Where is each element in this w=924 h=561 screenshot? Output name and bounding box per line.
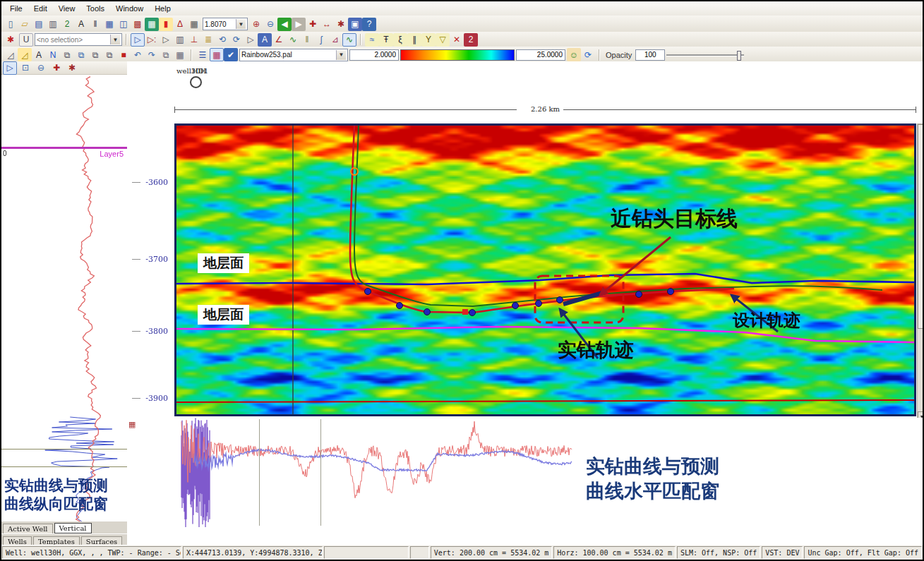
badge-2-icon[interactable]: 2 xyxy=(464,33,478,47)
colorbar-icon[interactable]: ▮ xyxy=(159,18,173,31)
rotate-ccw-icon[interactable]: ⟲ xyxy=(215,33,229,47)
calculator-icon[interactable]: ▦ xyxy=(187,18,201,31)
flag-icon[interactable]: ⊿ xyxy=(328,33,342,47)
nav-back-icon[interactable]: ◀ xyxy=(277,18,292,31)
refresh-icon[interactable]: ⟳ xyxy=(581,48,595,61)
chevron-down-icon[interactable]: ▼ xyxy=(236,19,246,29)
label-a-icon[interactable]: A xyxy=(258,33,272,47)
redo-icon[interactable]: ↷ xyxy=(145,48,159,61)
well-pair-icon[interactable]: ‖ xyxy=(88,18,102,31)
export-doc-icon[interactable]: 2 xyxy=(60,18,74,31)
north-icon[interactable]: N xyxy=(46,48,60,61)
opacity-slider-handle[interactable] xyxy=(737,51,741,61)
pointer-a-icon[interactable]: ▷ xyxy=(244,33,258,47)
palette-combobox[interactable]: Rainbow253.pal ▼ xyxy=(239,49,348,61)
menu-help[interactable]: Help xyxy=(149,3,176,14)
tab-active-well[interactable]: Active Well xyxy=(3,524,53,533)
user-icon[interactable]: ☺ xyxy=(567,48,581,61)
active-curve-icon[interactable]: ∿ xyxy=(342,33,356,47)
color-section-icon[interactable]: ▦ xyxy=(145,18,159,31)
screen-icon[interactable]: ▣ xyxy=(348,18,362,31)
v-check-icon[interactable]: ✔ xyxy=(224,48,238,61)
menu-edit[interactable]: Edit xyxy=(28,3,53,14)
section-view-icon[interactable]: ▩ xyxy=(131,18,145,31)
undo-icon[interactable]: ↶ xyxy=(131,48,145,61)
rotate-cw-icon[interactable]: ⟳ xyxy=(229,33,244,47)
help-icon[interactable]: ? xyxy=(362,18,376,31)
palette-max-input[interactable] xyxy=(516,49,565,61)
menu-tools[interactable]: Tools xyxy=(80,3,110,14)
copy-add-icon[interactable]: ⧉ xyxy=(74,48,88,61)
scale-combobox[interactable]: 1.8070 ▼ xyxy=(203,18,248,30)
menu-window[interactable]: Window xyxy=(110,3,149,14)
near-bit-target-segment[interactable] xyxy=(563,292,605,304)
trapezoid-icon[interactable]: ▽ xyxy=(436,33,450,47)
slope-icon[interactable]: ◿ xyxy=(4,48,18,61)
zoom-out-icon[interactable]: ⊖ xyxy=(263,18,277,31)
print-icon[interactable]: ▥ xyxy=(46,18,60,31)
palette-min-input[interactable] xyxy=(349,49,399,61)
opacity-slider[interactable] xyxy=(666,50,744,60)
delete-icon[interactable]: ✕ xyxy=(450,33,464,47)
marker-asterisk-icon[interactable]: ✱ xyxy=(4,33,18,47)
menu-file[interactable]: File xyxy=(4,3,28,14)
tab-vertical[interactable]: Vertical xyxy=(54,523,92,533)
select-cursor-icon[interactable]: ▷ xyxy=(131,33,145,47)
menu-view[interactable]: View xyxy=(53,3,81,14)
list-icon[interactable]: ☰ xyxy=(196,48,210,61)
fit-width-icon[interactable]: ↔ xyxy=(320,18,334,31)
palette-grid-icon[interactable]: ▦ xyxy=(210,48,224,61)
label-box-icon[interactable]: A xyxy=(32,48,46,61)
zoom-area-icon[interactable]: ⊕ xyxy=(249,18,263,31)
save-icon[interactable]: ▤ xyxy=(32,18,46,31)
panel-zoom-rect-icon[interactable]: ⊡ xyxy=(18,61,32,75)
underline-icon[interactable]: U xyxy=(19,33,33,47)
panel-zoom-out-icon[interactable]: ⊖ xyxy=(34,61,48,75)
chevron-down-icon[interactable]: ▼ xyxy=(110,35,120,44)
stop-icon[interactable]: ■ xyxy=(116,48,131,61)
curve-pick-icon[interactable]: ʃ xyxy=(314,33,328,47)
well-log-curves[interactable] xyxy=(1,74,126,524)
font-icon[interactable]: A xyxy=(74,18,88,31)
polyline-icon[interactable]: ∿ xyxy=(286,33,300,47)
transfer-icon[interactable]: ⧉ xyxy=(159,48,173,61)
edit-cursor-icon[interactable]: ▷: xyxy=(145,33,159,47)
vertical-scrollbar[interactable]: ▼ xyxy=(917,123,924,423)
pan-hand-icon[interactable]: ✱ xyxy=(334,18,348,31)
scrollbar-thumb[interactable] xyxy=(918,124,924,329)
fork-icon[interactable]: Y xyxy=(421,33,436,47)
match-curves[interactable] xyxy=(127,418,924,527)
split-view-icon[interactable]: ◫ xyxy=(116,18,131,31)
hatch-icon[interactable]: ∥ xyxy=(407,33,421,47)
chevron-down-icon[interactable]: ▼ xyxy=(336,50,346,60)
duplicate-icon[interactable]: ⧉ xyxy=(102,48,116,61)
wave-pair-icon[interactable]: ≈ xyxy=(365,33,379,47)
panel-move-icon[interactable]: ✚ xyxy=(49,61,64,75)
layer5-horizon-line[interactable] xyxy=(1,147,127,149)
angle-icon[interactable]: ∠ xyxy=(272,33,286,47)
new-file-icon[interactable]: ▯ xyxy=(4,18,18,31)
monitor-icon[interactable]: ▥ xyxy=(173,33,187,47)
save-state-icon[interactable]: ▦ xyxy=(173,48,187,61)
spiral-icon[interactable]: ξ xyxy=(393,33,407,47)
derrick-icon[interactable]: Δ xyxy=(173,18,187,31)
paste-icon[interactable]: ⧉ xyxy=(88,48,102,61)
expand-icon[interactable]: ✚ xyxy=(306,18,320,31)
horizon-magenta-line[interactable] xyxy=(176,327,914,342)
nav-forward-icon[interactable]: ▶ xyxy=(292,18,306,31)
well-tie-icon[interactable]: Ŧ xyxy=(379,33,393,47)
histogram-icon[interactable]: ‖ xyxy=(300,33,314,47)
copy-icon[interactable]: ⧉ xyxy=(60,48,74,61)
selection-combobox[interactable]: <no selection> ▼ xyxy=(35,33,122,46)
grid-view-icon[interactable]: ▦ xyxy=(102,18,116,31)
panel-cursor-icon[interactable]: ▷ xyxy=(3,61,17,75)
snap-cursor-icon[interactable]: ▷ xyxy=(159,33,173,47)
selection-value: <no selection> xyxy=(37,36,83,44)
panel-pan-icon[interactable]: ✱ xyxy=(65,61,79,75)
fence-icon[interactable]: ≣ xyxy=(201,33,215,47)
slope-fill-icon[interactable]: ◿ xyxy=(18,48,32,61)
seismic-section[interactable]: 近钻头目标线 实钻轨迹 设计轨迹 地层面 地层面 xyxy=(174,123,916,416)
pick-icon[interactable]: ⊥ xyxy=(187,33,201,47)
open-folder-icon[interactable]: ▱ xyxy=(18,18,32,31)
opacity-input[interactable] xyxy=(635,49,665,61)
